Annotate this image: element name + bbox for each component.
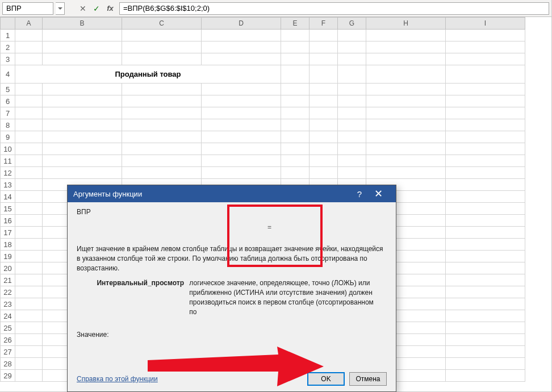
row-header-18[interactable]: 18 [1,239,15,251]
cell-B10[interactable] [43,143,122,155]
cell-C4[interactable] [281,65,310,84]
cell-I25[interactable] [446,322,525,334]
cell-D10[interactable] [202,143,281,155]
cell-A6[interactable] [15,95,43,107]
row-header-17[interactable]: 17 [1,227,15,239]
cell-F5[interactable] [310,84,338,95]
cell-A24[interactable] [15,310,43,322]
column-header-C[interactable]: C [122,18,202,30]
cell-D1[interactable] [202,30,281,41]
cell-H9[interactable] [366,131,446,143]
cell-G11[interactable] [338,155,366,167]
column-header-F[interactable]: F [310,18,338,30]
cell-C6[interactable] [122,95,202,107]
column-header-I[interactable]: I [446,18,525,30]
cell-E10[interactable] [281,143,310,155]
cell-H10[interactable] [366,143,446,155]
cell-H11[interactable] [366,155,446,167]
cell-A13[interactable] [15,179,43,191]
cell-D12[interactable] [202,167,281,179]
cell-I16[interactable] [446,215,525,227]
cell-F2[interactable] [310,41,338,53]
cell-B6[interactable] [43,95,122,107]
column-header-G[interactable]: G [338,18,366,30]
cell-H8[interactable] [366,119,446,131]
cell-I14[interactable] [446,191,525,203]
row-header-24[interactable]: 24 [1,310,15,322]
row-header-16[interactable]: 16 [1,215,15,227]
cell-A18[interactable] [15,239,43,251]
cell-A27[interactable] [15,346,43,358]
row-header-10[interactable]: 10 [1,143,15,155]
cell-H5[interactable] [366,84,446,95]
cell-G1[interactable] [338,30,366,41]
row-header-20[interactable]: 20 [1,262,15,274]
cell-B3[interactable] [43,53,122,65]
cell-I9[interactable] [446,131,525,143]
formula-input[interactable]: =ВПР(B6;$G$6:$I$10;2;0) [119,2,549,15]
fx-icon[interactable]: fx [103,2,117,15]
cell-I29[interactable] [446,370,525,382]
cell-A15[interactable] [15,203,43,215]
cell-D8[interactable] [202,119,281,131]
cell-I6[interactable] [446,95,525,107]
cell-G2[interactable] [338,41,366,53]
cell-A21[interactable] [15,274,43,286]
row-header-4[interactable]: 4 [1,65,15,84]
cell-A16[interactable] [15,215,43,227]
cell-A26[interactable] [15,334,43,346]
cell-C3[interactable] [122,53,202,65]
cell-E9[interactable] [281,131,310,143]
row-header-25[interactable]: 25 [1,322,15,334]
cell-F11[interactable] [310,155,338,167]
cell-E8[interactable] [281,119,310,131]
cell-F1[interactable] [310,30,338,41]
cell-A20[interactable] [15,262,43,274]
dialog-help-icon[interactable]: ? [353,189,366,199]
cell-A4[interactable]: Проданный товар [15,65,281,84]
cell-B12[interactable] [43,167,122,179]
cell-A10[interactable] [15,143,43,155]
cell-G8[interactable] [338,119,366,131]
cell-A3[interactable] [15,53,43,65]
cell-E1[interactable] [281,30,310,41]
cell-I3[interactable] [446,53,525,65]
row-header-8[interactable]: 8 [1,119,15,131]
cell-B5[interactable] [43,84,122,95]
cell-G4[interactable] [338,65,366,84]
cell-D9[interactable] [202,131,281,143]
cell-I22[interactable] [446,286,525,298]
cell-A17[interactable] [15,227,43,239]
dialog-close-icon[interactable]: ✕ [366,187,390,200]
cell-C11[interactable] [122,155,202,167]
cell-D6[interactable] [202,95,281,107]
cell-F8[interactable] [310,119,338,131]
row-header-23[interactable]: 23 [1,298,15,310]
cell-A14[interactable] [15,191,43,203]
row-header-29[interactable]: 29 [1,370,15,382]
cell-I8[interactable] [446,119,525,131]
row-header-11[interactable]: 11 [1,155,15,167]
row-header-1[interactable]: 1 [1,30,15,41]
cell-G6[interactable] [338,95,366,107]
cell-A11[interactable] [15,155,43,167]
cell-I18[interactable] [446,239,525,251]
row-header-21[interactable]: 21 [1,274,15,286]
name-box[interactable]: ВПР [2,2,53,15]
row-header-3[interactable]: 3 [1,53,15,65]
cell-B8[interactable] [43,119,122,131]
cell-G5[interactable] [338,84,366,95]
cell-E3[interactable] [281,53,310,65]
cell-H4[interactable] [366,65,446,84]
cell-E6[interactable] [281,95,310,107]
cell-D3[interactable] [202,53,281,65]
cell-H6[interactable] [366,95,446,107]
cell-I23[interactable] [446,298,525,310]
cell-A2[interactable] [15,41,43,53]
cell-C5[interactable] [122,84,202,95]
cell-E5[interactable] [281,84,310,95]
cancel-formula-icon[interactable]: ✕ [76,2,90,15]
cell-A1[interactable] [15,30,43,41]
cell-H2[interactable] [366,41,446,53]
row-header-22[interactable]: 22 [1,286,15,298]
